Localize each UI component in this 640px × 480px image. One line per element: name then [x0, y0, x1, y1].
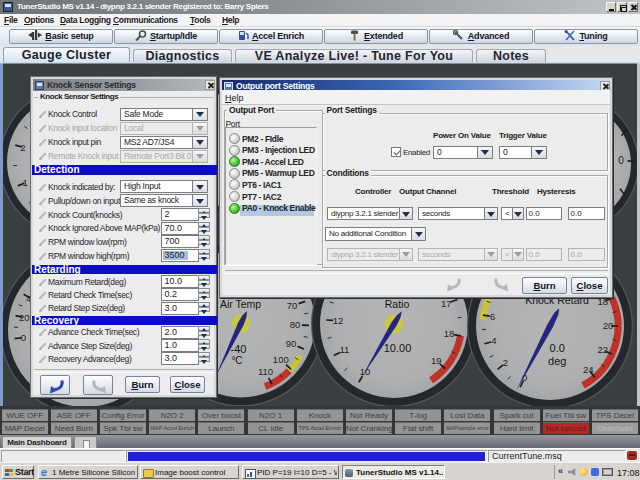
svg-text:24: 24: [583, 364, 594, 375]
svg-text:0.0: 0.0: [550, 342, 565, 354]
svg-text:10.00: 10.00: [384, 342, 412, 354]
svg-text:2: 2: [503, 357, 508, 368]
svg-text:-40: -40: [231, 343, 247, 355]
svg-text:Ratio: Ratio: [385, 298, 410, 310]
svg-text:4: 4: [491, 335, 496, 346]
svg-text:deg: deg: [548, 355, 566, 367]
svg-text:80: 80: [290, 319, 301, 330]
svg-text:110: 110: [258, 366, 273, 377]
svg-text:6: 6: [490, 311, 495, 322]
svg-text:Air Temp: Air Temp: [220, 298, 261, 310]
svg-text:1: 1: [23, 177, 28, 188]
svg-text:19: 19: [431, 355, 442, 366]
svg-text:20: 20: [603, 320, 614, 331]
svg-text:100: 100: [273, 354, 289, 365]
svg-text:17: 17: [441, 298, 452, 309]
svg-text:18: 18: [444, 328, 455, 339]
svg-text:11: 11: [339, 344, 349, 355]
svg-text:20: 20: [19, 312, 30, 323]
svg-text:2: 2: [20, 142, 25, 153]
svg-text:0: 0: [21, 332, 26, 343]
svg-text:22: 22: [598, 344, 609, 355]
svg-text:12: 12: [333, 315, 344, 326]
svg-text:0: 0: [618, 155, 624, 166]
svg-text:°C: °C: [231, 355, 242, 366]
svg-text:70: 70: [287, 300, 298, 311]
svg-text:90: 90: [286, 338, 297, 349]
